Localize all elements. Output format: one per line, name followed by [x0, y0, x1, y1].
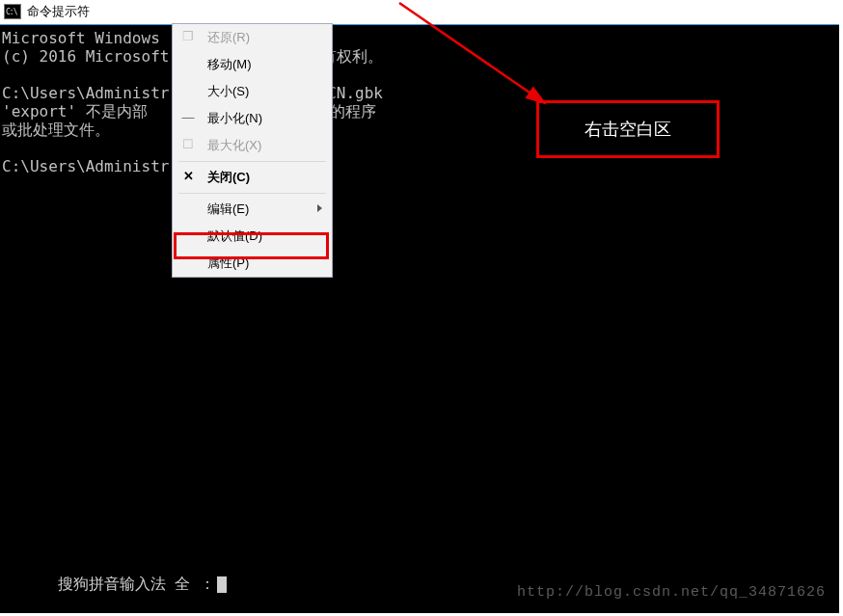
menu-separator	[178, 193, 326, 194]
screenshot-stage: 命令提示符 Microsoft Windows ] (c) 2016 Micro…	[0, 0, 839, 613]
menu-size-label: 大小(S)	[207, 84, 249, 98]
annotation-text: 右击空白区	[585, 118, 671, 141]
restore-icon: ❐	[180, 29, 196, 44]
window-title: 命令提示符	[27, 3, 90, 20]
menu-properties-label: 属性(P)	[207, 255, 249, 270]
annotation-box: 右击空白区	[536, 100, 720, 158]
ime-cursor	[217, 576, 227, 593]
menu-properties[interactable]: 属性(P)	[173, 250, 332, 277]
menu-size[interactable]: 大小(S)	[173, 78, 332, 105]
menu-defaults-label: 默认值(D)	[207, 228, 262, 243]
menu-maximize-label: 最大化(X)	[207, 138, 261, 152]
menu-edit-label: 编辑(E)	[207, 201, 249, 216]
menu-minimize[interactable]: — 最小化(N)	[173, 105, 332, 132]
menu-maximize: ☐ 最大化(X)	[173, 132, 332, 159]
menu-defaults[interactable]: 默认值(D)	[173, 223, 332, 250]
menu-separator	[178, 161, 326, 162]
menu-restore: ❐ 还原(R)	[173, 24, 332, 51]
ime-bar: 搜狗拼音输入法 全 ：	[2, 556, 227, 611]
menu-minimize-label: 最小化(N)	[207, 111, 262, 125]
minimize-icon: —	[180, 110, 196, 125]
menu-edit[interactable]: 编辑(E)	[173, 196, 332, 223]
menu-close[interactable]: ✕ 关闭(C)	[173, 164, 332, 191]
close-icon: ✕	[180, 169, 196, 184]
watermark: http://blog.csdn.net/qq_34871626	[517, 583, 826, 602]
menu-close-label: 关闭(C)	[207, 170, 250, 184]
menu-restore-label: 还原(R)	[207, 30, 250, 44]
titlebar[interactable]: 命令提示符	[0, 0, 839, 25]
console-line: 或批处理文件。	[2, 121, 110, 139]
ime-text: 搜狗拼音输入法 全 ：	[58, 575, 215, 593]
cmd-icon[interactable]	[4, 4, 21, 19]
menu-move-label: 移动(M)	[207, 57, 252, 71]
console-line: C:\Users\Administr	[2, 157, 169, 175]
chevron-right-icon	[317, 204, 322, 212]
system-context-menu[interactable]: ❐ 还原(R) 移动(M) 大小(S) — 最小化(N) ☐ 最大化(X) ✕ …	[172, 23, 333, 278]
maximize-icon: ☐	[180, 137, 196, 152]
menu-move[interactable]: 移动(M)	[173, 51, 332, 78]
